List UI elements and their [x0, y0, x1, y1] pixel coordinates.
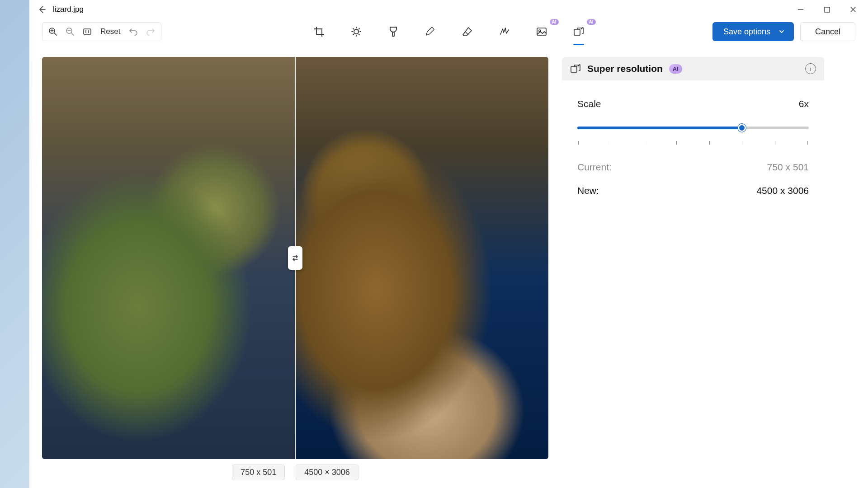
- retouch-tool[interactable]: [495, 23, 514, 41]
- minimize-button[interactable]: [788, 0, 814, 19]
- panel-title: Super resolution: [587, 63, 663, 74]
- active-indicator: [573, 44, 584, 45]
- dimension-rows: Current: 750 x 501 New: 4500 x 3006: [577, 155, 809, 202]
- scale-row: Scale 6x: [577, 99, 809, 109]
- pen-icon: [425, 26, 436, 37]
- image-icon: [536, 26, 547, 37]
- svg-rect-7: [574, 29, 580, 35]
- toolbar-right: Save options Cancel: [712, 22, 855, 41]
- adjust-tool[interactable]: [347, 23, 365, 41]
- new-label: New:: [577, 185, 599, 196]
- fit-icon: [83, 27, 92, 36]
- cancel-button[interactable]: Cancel: [800, 22, 855, 41]
- chevron-down-icon: [778, 28, 785, 35]
- main-area: 750 x 501 4500 × 3006 Super resolution A…: [29, 44, 868, 480]
- new-dim-row: New: 4500 x 3006: [577, 179, 809, 202]
- comparison-handle[interactable]: [288, 246, 302, 270]
- file-name: lizard.jpg: [53, 5, 84, 14]
- zoom-in-icon: [48, 27, 57, 36]
- current-label: Current:: [577, 162, 612, 173]
- maximize-icon: [824, 7, 830, 13]
- slider-fill: [577, 127, 742, 129]
- close-icon: [850, 6, 856, 13]
- svg-rect-0: [825, 7, 830, 12]
- brightness-icon: [351, 26, 362, 37]
- erase-tool[interactable]: [458, 23, 476, 41]
- maximize-button[interactable]: [814, 0, 840, 19]
- scale-slider[interactable]: [577, 123, 809, 137]
- window-controls: [788, 0, 866, 19]
- zoom-out-icon: [66, 27, 75, 36]
- toolbar-center: AI AI: [310, 23, 588, 41]
- scale-value: 6x: [799, 99, 809, 109]
- swap-icon: [291, 254, 299, 262]
- close-button[interactable]: [840, 0, 866, 19]
- background-tool[interactable]: AI: [533, 23, 551, 41]
- info-button[interactable]: i: [805, 63, 816, 74]
- redo-icon: [146, 27, 155, 36]
- svg-point-4: [354, 29, 359, 34]
- canvas-wrap: 750 x 501 4500 × 3006: [42, 57, 548, 480]
- retouch-icon: [499, 26, 510, 37]
- dimension-labels: 750 x 501 4500 × 3006: [42, 465, 548, 480]
- scale-label: Scale: [577, 99, 601, 109]
- back-button[interactable]: [31, 0, 53, 19]
- preview-original: [42, 57, 295, 459]
- ai-badge: AI: [587, 19, 596, 25]
- panel-header: Super resolution AI i: [562, 57, 824, 80]
- super-resolution-panel: Super resolution AI i Scale 6x: [562, 57, 824, 480]
- undo-button[interactable]: [125, 23, 142, 40]
- current-dim-row: Current: 750 x 501: [577, 155, 809, 179]
- zoom-group: Reset: [42, 22, 161, 41]
- slider-ticks: [577, 141, 809, 145]
- filter-icon: [388, 26, 398, 37]
- title-bar: lizard.jpg: [29, 0, 868, 19]
- toolbar: Reset: [29, 19, 868, 44]
- super-resolution-tool[interactable]: AI: [570, 23, 588, 41]
- slider-thumb[interactable]: [738, 124, 746, 132]
- upscale-icon: [573, 26, 584, 37]
- svg-rect-3: [84, 29, 91, 34]
- undo-icon: [129, 27, 138, 36]
- upscale-icon: [570, 63, 581, 74]
- fit-button[interactable]: [79, 23, 96, 40]
- eraser-icon: [462, 26, 473, 37]
- minimize-icon: [797, 6, 804, 13]
- ai-badge: AI: [550, 19, 559, 25]
- crop-tool[interactable]: [310, 23, 328, 41]
- app-window: lizard.jpg Reset: [29, 0, 868, 488]
- original-dim-label: 750 x 501: [232, 465, 285, 480]
- redo-button[interactable]: [142, 23, 159, 40]
- zoom-in-button[interactable]: [44, 23, 61, 40]
- ai-chip: AI: [669, 64, 682, 74]
- new-value: 4500 x 3006: [756, 185, 809, 196]
- current-value: 750 x 501: [767, 162, 809, 173]
- panel-body: Scale 6x Current: 750 x 501: [562, 80, 824, 221]
- filter-tool[interactable]: [384, 23, 402, 41]
- reset-button[interactable]: Reset: [96, 27, 125, 36]
- arrow-left-icon: [38, 5, 47, 14]
- markup-tool[interactable]: [421, 23, 439, 41]
- svg-rect-8: [571, 66, 577, 72]
- crop-icon: [314, 26, 325, 37]
- save-label: Save options: [723, 27, 770, 37]
- zoom-out-button[interactable]: [61, 23, 79, 40]
- new-dim-label: 4500 × 3006: [296, 465, 359, 480]
- image-preview: [42, 57, 548, 459]
- preview-upscaled: [295, 57, 548, 459]
- save-options-button[interactable]: Save options: [712, 22, 794, 41]
